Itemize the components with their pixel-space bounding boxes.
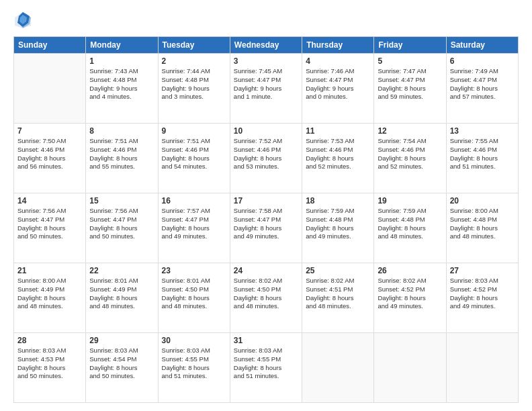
calendar-week-row: 14Sunrise: 7:56 AM Sunset: 4:47 PM Dayli…: [14, 193, 519, 263]
day-info: Sunrise: 7:57 AM Sunset: 4:47 PM Dayligh…: [162, 207, 226, 241]
day-header-monday: Monday: [86, 37, 158, 54]
day-info: Sunrise: 8:02 AM Sunset: 4:51 PM Dayligh…: [306, 277, 370, 311]
day-info: Sunrise: 7:51 AM Sunset: 4:46 PM Dayligh…: [162, 137, 226, 171]
day-number: 22: [89, 266, 154, 275]
day-header-sunday: Sunday: [14, 37, 86, 54]
calendar-cell: 19Sunrise: 7:59 AM Sunset: 4:48 PM Dayli…: [374, 193, 446, 263]
calendar-cell: 31Sunrise: 8:03 AM Sunset: 4:55 PM Dayli…: [230, 333, 302, 403]
day-header-wednesday: Wednesday: [230, 37, 302, 54]
day-number: 15: [89, 196, 154, 205]
calendar-week-row: 1Sunrise: 7:43 AM Sunset: 4:48 PM Daylig…: [14, 54, 519, 124]
calendar-cell: 11Sunrise: 7:53 AM Sunset: 4:46 PM Dayli…: [302, 124, 374, 193]
day-info: Sunrise: 7:44 AM Sunset: 4:48 PM Dayligh…: [162, 67, 226, 101]
day-info: Sunrise: 8:00 AM Sunset: 4:49 PM Dayligh…: [17, 277, 82, 311]
calendar-cell: 12Sunrise: 7:54 AM Sunset: 4:46 PM Dayli…: [374, 124, 446, 193]
day-number: 3: [234, 56, 298, 66]
day-number: 19: [378, 196, 442, 205]
day-info: Sunrise: 8:00 AM Sunset: 4:48 PM Dayligh…: [450, 207, 515, 241]
header: [13, 11, 519, 30]
day-header-saturday: Saturday: [446, 37, 518, 54]
calendar-cell: 22Sunrise: 8:01 AM Sunset: 4:49 PM Dayli…: [86, 263, 158, 333]
calendar-cell: 27Sunrise: 8:03 AM Sunset: 4:52 PM Dayli…: [446, 263, 518, 333]
day-header-tuesday: Tuesday: [158, 37, 230, 54]
day-info: Sunrise: 7:56 AM Sunset: 4:47 PM Dayligh…: [89, 207, 154, 241]
day-info: Sunrise: 8:01 AM Sunset: 4:49 PM Dayligh…: [89, 277, 154, 311]
calendar-cell: 26Sunrise: 8:02 AM Sunset: 4:52 PM Dayli…: [374, 263, 446, 333]
calendar-week-row: 21Sunrise: 8:00 AM Sunset: 4:49 PM Dayli…: [14, 263, 519, 333]
calendar-cell: 16Sunrise: 7:57 AM Sunset: 4:47 PM Dayli…: [158, 193, 230, 263]
calendar-cell: [302, 333, 374, 403]
calendar-cell: 17Sunrise: 7:58 AM Sunset: 4:47 PM Dayli…: [230, 193, 302, 263]
calendar-cell: 23Sunrise: 8:01 AM Sunset: 4:50 PM Dayli…: [158, 263, 230, 333]
day-number: 17: [234, 196, 298, 205]
calendar-cell: 8Sunrise: 7:51 AM Sunset: 4:46 PM Daylig…: [86, 124, 158, 193]
day-info: Sunrise: 8:02 AM Sunset: 4:50 PM Dayligh…: [234, 277, 298, 311]
day-info: Sunrise: 7:58 AM Sunset: 4:47 PM Dayligh…: [234, 207, 298, 241]
calendar-page: SundayMondayTuesdayWednesdayThursdayFrid…: [0, 0, 532, 411]
day-number: 30: [162, 336, 226, 345]
day-info: Sunrise: 7:54 AM Sunset: 4:46 PM Dayligh…: [378, 137, 442, 171]
calendar-cell: 29Sunrise: 8:03 AM Sunset: 4:54 PM Dayli…: [86, 333, 158, 403]
day-number: 20: [450, 196, 515, 205]
day-info: Sunrise: 8:02 AM Sunset: 4:52 PM Dayligh…: [378, 277, 442, 311]
day-info: Sunrise: 7:46 AM Sunset: 4:47 PM Dayligh…: [306, 67, 370, 101]
day-number: 1: [89, 56, 154, 66]
calendar-cell: [446, 333, 518, 403]
day-info: Sunrise: 7:59 AM Sunset: 4:48 PM Dayligh…: [306, 207, 370, 241]
day-number: 28: [17, 336, 82, 345]
day-number: 4: [306, 56, 370, 66]
calendar-cell: 20Sunrise: 8:00 AM Sunset: 4:48 PM Dayli…: [446, 193, 518, 263]
calendar-week-row: 7Sunrise: 7:50 AM Sunset: 4:46 PM Daylig…: [14, 124, 519, 193]
day-info: Sunrise: 7:47 AM Sunset: 4:47 PM Dayligh…: [378, 67, 442, 101]
day-number: 14: [17, 196, 82, 205]
day-info: Sunrise: 8:03 AM Sunset: 4:54 PM Dayligh…: [89, 347, 154, 381]
calendar-cell: 24Sunrise: 8:02 AM Sunset: 4:50 PM Dayli…: [230, 263, 302, 333]
day-info: Sunrise: 8:03 AM Sunset: 4:53 PM Dayligh…: [17, 347, 82, 381]
day-info: Sunrise: 7:55 AM Sunset: 4:46 PM Dayligh…: [450, 137, 515, 171]
day-number: 23: [162, 266, 226, 275]
day-number: 26: [378, 266, 442, 275]
calendar-cell: 30Sunrise: 8:03 AM Sunset: 4:55 PM Dayli…: [158, 333, 230, 403]
calendar-cell: 1Sunrise: 7:43 AM Sunset: 4:48 PM Daylig…: [86, 54, 158, 124]
day-info: Sunrise: 8:01 AM Sunset: 4:50 PM Dayligh…: [162, 277, 226, 311]
day-number: 10: [234, 126, 298, 136]
day-number: 27: [450, 266, 515, 275]
day-number: 16: [162, 196, 226, 205]
day-number: 29: [89, 336, 154, 345]
day-info: Sunrise: 8:03 AM Sunset: 4:55 PM Dayligh…: [162, 347, 226, 381]
calendar-cell: 5Sunrise: 7:47 AM Sunset: 4:47 PM Daylig…: [374, 54, 446, 124]
calendar-cell: 4Sunrise: 7:46 AM Sunset: 4:47 PM Daylig…: [302, 54, 374, 124]
calendar-table: SundayMondayTuesdayWednesdayThursdayFrid…: [13, 36, 519, 403]
calendar-cell: 13Sunrise: 7:55 AM Sunset: 4:46 PM Dayli…: [446, 124, 518, 193]
day-number: 11: [306, 126, 370, 136]
day-header-friday: Friday: [374, 37, 446, 54]
day-info: Sunrise: 7:51 AM Sunset: 4:46 PM Dayligh…: [89, 137, 154, 171]
day-info: Sunrise: 7:59 AM Sunset: 4:48 PM Dayligh…: [378, 207, 442, 241]
calendar-cell: 6Sunrise: 7:49 AM Sunset: 4:47 PM Daylig…: [446, 54, 518, 124]
calendar-cell: 25Sunrise: 8:02 AM Sunset: 4:51 PM Dayli…: [302, 263, 374, 333]
day-number: 21: [17, 266, 82, 275]
calendar-cell: 7Sunrise: 7:50 AM Sunset: 4:46 PM Daylig…: [14, 124, 86, 193]
day-info: Sunrise: 7:43 AM Sunset: 4:48 PM Dayligh…: [89, 67, 154, 101]
day-info: Sunrise: 7:52 AM Sunset: 4:46 PM Dayligh…: [234, 137, 298, 171]
day-info: Sunrise: 7:45 AM Sunset: 4:47 PM Dayligh…: [234, 67, 298, 101]
day-number: 9: [162, 126, 226, 136]
day-info: Sunrise: 8:03 AM Sunset: 4:55 PM Dayligh…: [234, 347, 298, 381]
day-header-thursday: Thursday: [302, 37, 374, 54]
calendar-cell: 21Sunrise: 8:00 AM Sunset: 4:49 PM Dayli…: [14, 263, 86, 333]
logo-icon: [13, 11, 32, 30]
calendar-week-row: 28Sunrise: 8:03 AM Sunset: 4:53 PM Dayli…: [14, 333, 519, 403]
logo: [13, 11, 35, 30]
calendar-cell: [374, 333, 446, 403]
day-number: 31: [234, 336, 298, 345]
day-number: 24: [234, 266, 298, 275]
calendar-cell: 14Sunrise: 7:56 AM Sunset: 4:47 PM Dayli…: [14, 193, 86, 263]
day-info: Sunrise: 7:56 AM Sunset: 4:47 PM Dayligh…: [17, 207, 82, 241]
calendar-cell: 10Sunrise: 7:52 AM Sunset: 4:46 PM Dayli…: [230, 124, 302, 193]
calendar-cell: 15Sunrise: 7:56 AM Sunset: 4:47 PM Dayli…: [86, 193, 158, 263]
day-info: Sunrise: 7:53 AM Sunset: 4:46 PM Dayligh…: [306, 137, 370, 171]
calendar-cell: [14, 54, 86, 124]
day-info: Sunrise: 7:49 AM Sunset: 4:47 PM Dayligh…: [450, 67, 515, 101]
calendar-cell: 28Sunrise: 8:03 AM Sunset: 4:53 PM Dayli…: [14, 333, 86, 403]
day-info: Sunrise: 8:03 AM Sunset: 4:52 PM Dayligh…: [450, 277, 515, 311]
